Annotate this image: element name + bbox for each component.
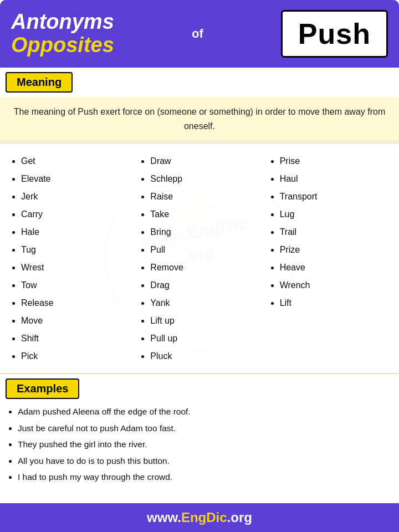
list-item: Adam pushed Aleena off the edge of the r… (18, 403, 389, 420)
footer-brand: EngDic (181, 510, 227, 525)
meaning-text-box: The meaning of Push exert force on (some… (0, 97, 399, 141)
footer-url: www.EngDic.org (147, 510, 252, 525)
col2-list: DrawSchleppRaiseTakeBringPullRemoveDragY… (138, 152, 260, 365)
column-3: PriseHaulTransportLugTrailPrizeHeaveWren… (264, 150, 393, 367)
list-item: I had to push my way through the crowd. (18, 469, 389, 485)
column-1: GetElevateJerkCarryHaleTugWrestTowReleas… (6, 150, 135, 367)
columns-wrapper: GetElevateJerkCarryHaleTugWrestTowReleas… (6, 150, 393, 367)
list-item: Schlepp (150, 170, 260, 188)
list-item: Haul (280, 170, 390, 188)
header: Antonyms Opposites of Push (0, 0, 399, 68)
list-item: Prise (280, 152, 390, 170)
list-item: Wrest (21, 259, 131, 277)
header-of: of (192, 27, 203, 41)
footer-suffix: .org (227, 510, 252, 525)
list-item: Pull up (150, 330, 260, 347)
list-item: Just be careful not to push Adam too fas… (18, 420, 389, 436)
list-item: Drag (150, 277, 260, 294)
examples-label: Examples (6, 378, 79, 399)
list-item: Get (21, 152, 131, 170)
list-item: Trail (280, 223, 390, 241)
divider-1 (0, 142, 399, 144)
list-item: Yank (150, 294, 260, 312)
list-item: Shift (21, 330, 131, 347)
list-item: Lift (280, 294, 390, 312)
list-item: Pull (150, 241, 260, 259)
list-item: Heave (280, 259, 390, 277)
list-item: Jerk (21, 188, 131, 206)
list-item: Transport (280, 188, 390, 206)
list-item: Carry (21, 206, 131, 223)
list-item: Prize (280, 241, 390, 259)
footer: www.EngDic.org (0, 503, 399, 532)
list-item: Wrench (280, 277, 390, 294)
list-item: All you have to do is to push this butto… (18, 453, 389, 469)
examples-label-row: Examples (0, 375, 399, 401)
list-item: Pluck (150, 347, 260, 365)
list-item: Move (21, 312, 131, 330)
list-item: Pick (21, 347, 131, 365)
header-antonyms: Antonyms (11, 11, 114, 34)
header-word: Push (298, 18, 371, 50)
col3-list: PriseHaulTransportLugTrailPrizeHeaveWren… (268, 152, 390, 312)
words-section: www.EngDic .org GetElevateJerkCarryHaleT… (0, 145, 399, 372)
col1-list: GetElevateJerkCarryHaleTugWrestTowReleas… (9, 152, 131, 365)
meaning-label-row: Meaning (0, 68, 399, 97)
column-2: DrawSchleppRaiseTakeBringPullRemoveDragY… (135, 150, 264, 367)
list-item: Lift up (150, 312, 260, 330)
list-item: Release (21, 294, 131, 312)
list-item: They pushed the girl into the river. (18, 436, 389, 452)
list-item: Take (150, 206, 260, 223)
examples-list: Adam pushed Aleena off the edge of the r… (0, 401, 399, 492)
list-item: Elevate (21, 170, 131, 188)
header-opposites: Opposites (11, 34, 114, 57)
meaning-label: Meaning (6, 72, 73, 93)
list-item: Hale (21, 223, 131, 241)
list-item: Draw (150, 152, 260, 170)
divider-2 (0, 373, 399, 374)
header-word-box: Push (281, 10, 388, 58)
footer-prefix: www. (147, 510, 181, 525)
list-item: Bring (150, 223, 260, 241)
meaning-text: The meaning of Push exert force on (some… (14, 107, 386, 131)
list-item: Raise (150, 188, 260, 206)
list-item: Lug (280, 206, 390, 223)
list-item: Tow (21, 277, 131, 294)
list-item: Remove (150, 259, 260, 277)
list-item: Tug (21, 241, 131, 259)
header-left: Antonyms Opposites (11, 11, 114, 57)
